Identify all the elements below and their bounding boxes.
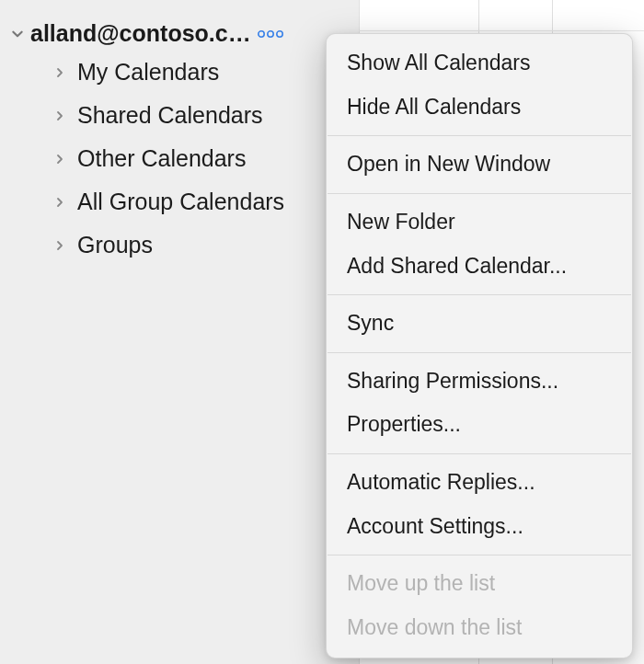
menu-item-new-folder[interactable]: New Folder — [327, 200, 632, 245]
sidebar-item-label: Other Calendars — [77, 145, 246, 172]
menu-item-account-settings[interactable]: Account Settings... — [327, 505, 632, 549]
more-options-icon[interactable] — [257, 28, 284, 40]
account-context-menu: Show All Calendars Hide All Calendars Op… — [326, 33, 633, 658]
calendar-gridline — [359, 30, 644, 31]
menu-separator — [328, 135, 631, 136]
sidebar-item-label: My Calendars — [77, 59, 219, 86]
menu-item-move-up: Move up the list — [327, 562, 632, 606]
menu-separator — [328, 453, 631, 454]
menu-separator — [328, 555, 631, 555]
menu-item-sync[interactable]: Sync — [327, 302, 632, 346]
menu-item-add-shared-calendar[interactable]: Add Shared Calendar... — [327, 245, 632, 289]
chevron-right-icon — [52, 64, 68, 81]
chevron-right-icon — [52, 194, 68, 211]
sidebar-item-shared-calendars[interactable]: Shared Calendars — [0, 94, 359, 137]
menu-item-show-all-calendars[interactable]: Show All Calendars — [327, 41, 632, 86]
account-header[interactable]: alland@contoso.c… — [0, 17, 359, 51]
chevron-right-icon — [52, 108, 68, 124]
svg-point-1 — [267, 30, 272, 36]
menu-item-hide-all-calendars[interactable]: Hide All Calendars — [327, 86, 632, 130]
sidebar-item-all-group-calendars[interactable]: All Group Calendars — [0, 180, 359, 223]
sidebar-item-label: Groups — [77, 232, 153, 258]
chevron-down-icon — [9, 26, 26, 42]
svg-point-0 — [258, 30, 263, 36]
svg-point-2 — [276, 30, 282, 36]
sidebar-item-groups[interactable]: Groups — [0, 223, 359, 267]
menu-separator — [328, 352, 631, 353]
sidebar-item-label: Shared Calendars — [77, 102, 263, 129]
account-email: alland@contoso.c… — [30, 20, 251, 47]
sidebar-item-my-calendars[interactable]: My Calendars — [0, 51, 359, 94]
menu-item-open-new-window[interactable]: Open in New Window — [327, 143, 632, 187]
menu-separator — [328, 294, 631, 295]
menu-separator — [328, 193, 631, 194]
menu-item-properties[interactable]: Properties... — [327, 403, 632, 447]
chevron-right-icon — [52, 237, 68, 254]
menu-item-move-down: Move down the list — [327, 606, 632, 650]
sidebar-item-label: All Group Calendars — [77, 189, 284, 215]
chevron-right-icon — [52, 151, 68, 167]
menu-item-automatic-replies[interactable]: Automatic Replies... — [327, 461, 632, 505]
menu-item-sharing-permissions[interactable]: Sharing Permissions... — [327, 360, 632, 404]
calendar-sidebar: alland@contoso.c… My Calendars Shared Ca… — [0, 0, 359, 664]
sidebar-item-other-calendars[interactable]: Other Calendars — [0, 137, 359, 180]
